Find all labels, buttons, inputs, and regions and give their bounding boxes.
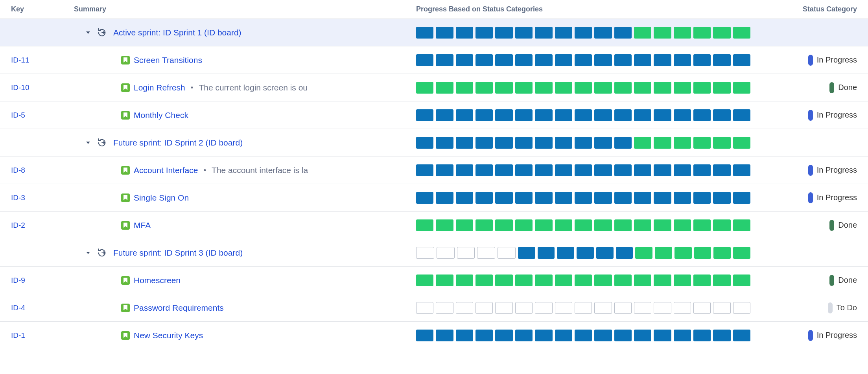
issue-summary-link[interactable]: Screen Transitions <box>134 55 202 65</box>
header-key[interactable]: Key <box>11 5 74 13</box>
progress-segment-done <box>733 275 750 286</box>
progress-segment-inprogress <box>416 164 433 176</box>
status-pill <box>808 110 813 121</box>
sprint-table: Key Summary Progress Based on Status Cat… <box>0 0 868 349</box>
progress-segment-inprogress <box>538 247 555 259</box>
issue-summary-link[interactable]: Single Sign On <box>134 193 189 203</box>
progress-segment-done <box>674 82 691 94</box>
progress-segment-done <box>634 27 651 39</box>
progress-segment-inprogress <box>733 54 750 66</box>
issue-key-link[interactable]: ID-11 <box>11 56 29 64</box>
progress-bar[interactable] <box>416 137 750 149</box>
progress-segment-inprogress <box>654 109 671 121</box>
status-pill <box>808 55 813 66</box>
progress-segment-inprogress <box>456 164 473 176</box>
issue-key-link[interactable]: ID-3 <box>11 193 25 202</box>
key-cell: ID-11 <box>11 56 74 64</box>
sprint-icon <box>98 249 106 257</box>
issue-key-link[interactable]: ID-5 <box>11 111 25 120</box>
issue-summary-link[interactable]: Homescreen <box>134 276 181 285</box>
table-row: ID-9HomescreenDone <box>0 267 868 294</box>
header-summary[interactable]: Summary <box>74 5 416 13</box>
progress-segment-done <box>674 27 691 39</box>
progress-segment-inprogress <box>475 330 493 341</box>
progress-segment-done <box>713 27 730 39</box>
progress-segment-inprogress <box>416 192 433 204</box>
progress-segment-inprogress <box>557 247 574 259</box>
header-status[interactable]: Status Category <box>803 5 857 13</box>
progress-bar[interactable] <box>416 219 750 231</box>
progress-bar[interactable] <box>416 192 750 204</box>
sprint-link[interactable]: Active sprint: ID Sprint 1 (ID board) <box>113 28 241 37</box>
issue-key-link[interactable]: ID-8 <box>11 166 25 175</box>
progress-segment-todo <box>693 302 711 314</box>
progress-bar[interactable] <box>416 54 750 66</box>
issue-key-link[interactable]: ID-9 <box>11 276 25 285</box>
progress-bar[interactable] <box>416 164 750 176</box>
issue-summary-link[interactable]: Monthly Check <box>134 111 188 120</box>
status-label: Done <box>838 221 857 230</box>
progress-segment-inprogress <box>456 109 473 121</box>
sprint-link[interactable]: Future sprint: ID Sprint 2 (ID board) <box>113 138 243 147</box>
progress-segment-done <box>495 82 512 94</box>
progress-segment-done <box>713 247 731 259</box>
status-label: In Progress <box>817 331 857 340</box>
progress-segment-inprogress <box>575 54 592 66</box>
issue-summary-link[interactable]: Account Interface <box>134 166 198 175</box>
status-label: In Progress <box>817 166 857 175</box>
progress-bar[interactable] <box>416 82 750 94</box>
progress-bar[interactable] <box>416 275 750 286</box>
issue-summary-link[interactable]: Password Requirements <box>134 303 224 313</box>
progress-segment-done <box>495 219 512 231</box>
progress-bar[interactable] <box>416 330 750 341</box>
issue-summary-link[interactable]: Login Refresh <box>134 83 185 92</box>
progress-segment-done <box>733 82 750 94</box>
chevron-down-icon[interactable] <box>86 140 90 145</box>
issue-key-link[interactable]: ID-4 <box>11 304 25 312</box>
progress-segment-inprogress <box>495 109 512 121</box>
status-pill <box>808 192 813 203</box>
progress-segment-done <box>614 82 632 94</box>
progress-cell <box>416 192 759 204</box>
issue-summary-link[interactable]: MFA <box>134 221 151 230</box>
key-cell: ID-8 <box>11 166 74 175</box>
status-cell: In Progress <box>808 192 857 203</box>
chevron-down-icon[interactable] <box>86 251 90 255</box>
progress-segment-done <box>594 219 612 231</box>
progress-segment-done <box>733 219 750 231</box>
progress-segment-inprogress <box>555 164 572 176</box>
progress-segment-inprogress <box>416 27 433 39</box>
progress-segment-inprogress <box>535 109 552 121</box>
progress-segment-inprogress <box>733 164 750 176</box>
progress-bar[interactable] <box>416 247 750 259</box>
progress-bar[interactable] <box>416 109 750 121</box>
sprint-link[interactable]: Future sprint: ID Sprint 3 (ID board) <box>113 248 243 258</box>
progress-segment-inprogress <box>535 164 552 176</box>
progress-segment-todo <box>614 302 632 314</box>
issue-key-link[interactable]: ID-1 <box>11 331 25 340</box>
issue-summary-link[interactable]: New Security Keys <box>134 331 203 340</box>
progress-segment-todo <box>575 302 592 314</box>
key-cell: ID-9 <box>11 276 74 285</box>
progress-segment-done <box>634 219 651 231</box>
progress-bar[interactable] <box>416 27 750 39</box>
summary-cell: Account Interface • The account interfac… <box>74 166 416 175</box>
progress-segment-inprogress <box>634 192 651 204</box>
summary-cell: Single Sign On <box>74 193 416 203</box>
progress-segment-done <box>436 219 453 231</box>
chevron-down-icon[interactable] <box>86 30 90 35</box>
progress-segment-done <box>654 275 671 286</box>
progress-segment-inprogress <box>515 164 533 176</box>
header-progress[interactable]: Progress Based on Status Categories <box>416 5 759 13</box>
progress-segment-inprogress <box>436 137 453 149</box>
issue-key-link[interactable]: ID-2 <box>11 221 25 230</box>
progress-segment-inprogress <box>555 192 572 204</box>
progress-segment-done <box>674 219 691 231</box>
status-cell: To Do <box>828 302 857 313</box>
issue-key-link[interactable]: ID-10 <box>11 83 29 92</box>
key-cell: ID-5 <box>11 111 74 120</box>
progress-segment-inprogress <box>456 330 473 341</box>
story-icon <box>121 166 130 175</box>
progress-segment-done <box>693 27 711 39</box>
progress-bar[interactable] <box>416 302 750 314</box>
